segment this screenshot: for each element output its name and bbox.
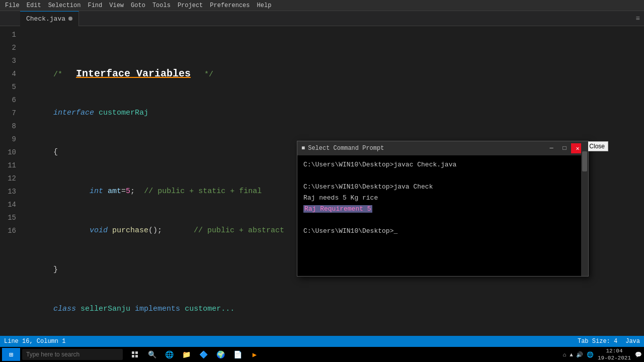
cmd-window: ■ Select Command Prompt — □ ✕ Close C:\U…: [297, 141, 589, 277]
task-view-icon[interactable]: [127, 348, 143, 361]
svg-rect-0: [132, 351, 134, 354]
menu-help[interactable]: Help: [254, 1, 275, 10]
svg-rect-2: [132, 355, 134, 357]
menu-project[interactable]: Project: [175, 1, 206, 10]
cmd-restore-button[interactable]: □: [558, 143, 571, 153]
code-line-8: {: [26, 329, 644, 336]
menu-tools[interactable]: Tools: [149, 1, 174, 10]
tab-modified-dot: [68, 17, 72, 21]
cmd-title-text: Select Command Prompt: [308, 145, 542, 152]
cmd-body[interactable]: C:\Users\WIN10\Desktop>javac Check.java …: [297, 155, 588, 276]
status-tab-size: Tab Size: 4: [578, 338, 617, 345]
taskbar: ⊞ 🔍 🌐 📁 🔷 🌍 📄 ▶ ⌂ ▲ 🔊 🌐 12:04 19-02-2021…: [0, 347, 644, 362]
tab-bar: ◀ ▶ Check.java ≡: [0, 11, 644, 26]
notification-icon[interactable]: 💬: [635, 351, 642, 358]
cmd-highlighted-text: Raj Requirement 5: [303, 205, 372, 213]
cmd-line-7: C:\Users\WIN10\Desktop>_: [303, 226, 582, 237]
windows-logo-icon: ⊞: [9, 350, 13, 359]
menu-edit[interactable]: Edit: [24, 1, 44, 10]
edge-icon[interactable]: 🌐: [161, 348, 177, 361]
menu-selection[interactable]: Selection: [45, 1, 84, 10]
code-line-2: interface customerRaj: [26, 94, 644, 107]
cmd-line-6: [303, 215, 582, 226]
app1-icon[interactable]: 🔷: [195, 348, 211, 361]
status-right: Tab Size: 4 Java: [578, 338, 640, 345]
cmd-minimize-button[interactable]: —: [545, 143, 558, 153]
system-tray-icons: ⌂ ▲ 🔊 🌐: [563, 351, 594, 358]
start-button[interactable]: ⊞: [2, 348, 20, 361]
editor-area: 12345 678910 1112131415 16 /* Interface …: [0, 26, 644, 336]
menu-goto[interactable]: Goto: [128, 1, 148, 10]
taskbar-search-input[interactable]: [22, 349, 123, 360]
tab-check-java[interactable]: Check.java: [20, 11, 79, 26]
cortana-icon[interactable]: 🔍: [144, 348, 160, 361]
cmd-line-2: [303, 170, 582, 182]
date-display: 19-02-2021: [598, 354, 631, 361]
menu-find[interactable]: Find: [85, 1, 105, 10]
line-numbers: 12345 678910 1112131415 16: [0, 26, 20, 336]
menu-bar: File Edit Selection Find View Goto Tools…: [0, 0, 644, 11]
cmd-scrollbar[interactable]: [581, 141, 588, 276]
menu-view[interactable]: View: [106, 1, 127, 10]
status-language: Java: [625, 338, 640, 345]
taskbar-clock: 12:04 19-02-2021: [598, 347, 631, 362]
taskbar-icons: 🔍 🌐 📁 🔷 🌍 📄 ▶: [127, 348, 263, 361]
app3-icon[interactable]: 📄: [229, 348, 246, 361]
cmd-line-1: C:\Users\WIN10\Desktop>javac Check.java: [303, 159, 582, 170]
tab-filename: Check.java: [26, 15, 65, 23]
folder-icon[interactable]: 📁: [178, 348, 194, 361]
cmd-titlebar: ■ Select Command Prompt — □ ✕ Close: [297, 141, 588, 155]
cmd-icon: ■: [301, 145, 305, 152]
tab-list-icon[interactable]: ≡: [636, 15, 640, 23]
svg-rect-3: [135, 355, 138, 357]
app2-icon[interactable]: 🌍: [212, 348, 228, 361]
menu-file[interactable]: File: [2, 1, 23, 10]
cmd-scrollbar-thumb[interactable]: [582, 151, 587, 171]
status-bar: Line 16, Column 1 Tab Size: 4 Java: [0, 336, 644, 347]
code-line-1: /* Interface Variables */: [26, 54, 644, 67]
status-position: Line 16, Column 1: [4, 338, 65, 345]
taskbar-right: ⌂ ▲ 🔊 🌐 12:04 19-02-2021 💬: [563, 347, 642, 362]
tab-end: ≡: [636, 14, 644, 23]
time-display: 12:04: [606, 347, 622, 354]
app4-icon[interactable]: ▶: [247, 348, 263, 361]
cmd-line-4: Raj needs 5 Kg rice: [303, 193, 582, 204]
cmd-line-5: Raj Requirement 5: [303, 204, 582, 215]
svg-rect-1: [135, 351, 138, 354]
code-line-7: class sellerSanju implements customer...: [26, 290, 644, 303]
cmd-controls: — □ ✕: [545, 143, 584, 153]
menu-preferences[interactable]: Preferences: [207, 1, 253, 10]
cmd-line-3: C:\Users\WIN10\Desktop>java Check: [303, 182, 582, 193]
